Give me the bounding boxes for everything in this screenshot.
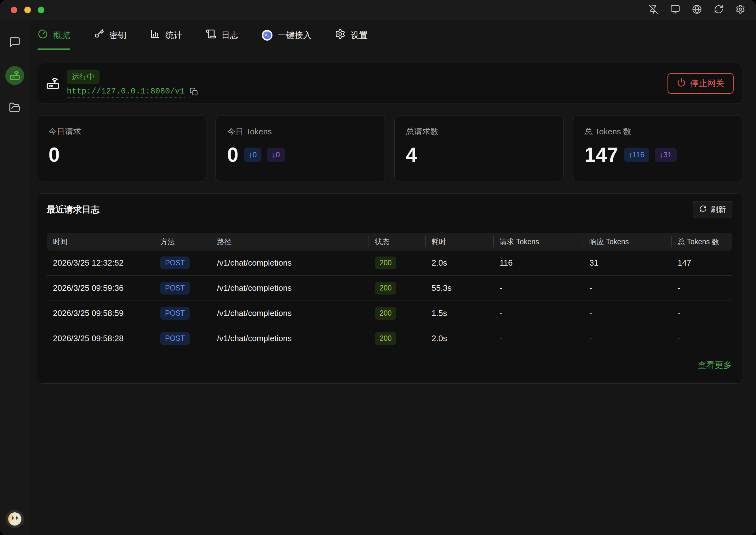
tab-label: 日志 [222, 30, 238, 41]
stat-label: 总 Tokens 数 [585, 126, 731, 137]
sidebar-item-gateway[interactable] [5, 66, 24, 85]
power-icon [677, 78, 686, 89]
close-window-button[interactable] [11, 7, 17, 13]
gauge-icon [38, 29, 48, 42]
tab-bar: 概览 密钥 统计 日志 [30, 20, 756, 50]
table-row: 2026/3/25 12:32:52POST/v1/chat/completio… [46, 250, 732, 276]
gear-icon [335, 29, 346, 42]
stat-value: 147 [585, 145, 618, 165]
stat-value: 4 [406, 145, 417, 165]
cell-time: 2026/3/25 09:58:28 [46, 334, 154, 343]
recent-logs-card: 最近请求日志 刷新 时间方法路径状态耗时请求 Tokens响应 Tokens总 … [37, 193, 742, 384]
cell-time: 2026/3/25 09:59:36 [46, 283, 154, 293]
status-badge: 200 [375, 307, 396, 320]
sidebar-item-files[interactable] [5, 99, 24, 118]
stat-label: 今日请求 [48, 126, 194, 137]
sync-icon[interactable] [714, 4, 724, 15]
tab-one-click-connect[interactable]: >_ 一键接入 [262, 20, 312, 50]
gateway-running-badge: 运行中 [67, 70, 100, 84]
status-badge: 200 [375, 282, 396, 295]
column-header: 耗时 [425, 233, 493, 250]
cell-path: /v1/chat/completions [211, 283, 369, 293]
tab-keys[interactable]: 密钥 [94, 20, 126, 50]
cell-status: 200 [369, 307, 425, 320]
cell-resp_tokens: - [583, 334, 671, 343]
column-header: 请求 Tokens [493, 233, 583, 250]
minimize-window-button[interactable] [24, 7, 31, 13]
user-avatar[interactable] [6, 510, 24, 528]
scroll-icon [206, 29, 216, 42]
column-header: 状态 [369, 233, 425, 250]
pin-off-icon[interactable] [649, 4, 658, 15]
gateway-url-link[interactable]: http://127.0.0.1:8080/v1 [67, 87, 185, 98]
method-badge: POST [160, 257, 190, 269]
cell-total_tokens: - [671, 334, 732, 343]
table-row: 2026/3/25 09:58:28POST/v1/chat/completio… [46, 326, 732, 351]
table-row: 2026/3/25 09:58:59POST/v1/chat/completio… [46, 301, 732, 326]
tab-logs[interactable]: 日志 [206, 20, 238, 50]
status-badge: 200 [375, 332, 396, 345]
cell-duration: 1.5s [425, 308, 493, 318]
cell-method: POST [154, 307, 211, 320]
sidebar [0, 20, 30, 535]
cell-path: /v1/chat/completions [211, 258, 369, 268]
stat-value: 0 [227, 145, 238, 165]
cell-method: POST [154, 257, 211, 269]
cell-req_tokens: - [493, 283, 583, 293]
method-badge: POST [160, 307, 190, 320]
tab-overview[interactable]: 概览 [38, 20, 70, 50]
cell-total_tokens: - [671, 308, 732, 318]
bar-chart-icon [150, 29, 160, 42]
cell-total_tokens: - [671, 283, 732, 293]
method-badge: POST [160, 282, 190, 295]
cell-req_tokens: - [493, 334, 583, 343]
cell-path: /v1/chat/completions [211, 334, 369, 343]
stat-card-total-tokens: 总 Tokens 数 147 ↑116 ↓31 [573, 115, 742, 182]
stat-label: 总请求数 [406, 126, 552, 137]
cell-time: 2026/3/25 09:58:59 [46, 308, 154, 318]
log-table: 时间方法路径状态耗时请求 Tokens响应 Tokens总 Tokens 数 2… [37, 226, 742, 351]
log-table-body: 2026/3/25 12:32:52POST/v1/chat/completio… [46, 250, 732, 351]
cell-time: 2026/3/25 12:32:52 [46, 258, 154, 268]
input-tokens-badge: ↑116 [624, 148, 649, 162]
display-icon[interactable] [670, 4, 680, 15]
refresh-icon [699, 205, 707, 214]
cell-resp_tokens: - [583, 283, 671, 293]
column-header: 响应 Tokens [583, 233, 671, 250]
cell-duration: 2.0s [425, 258, 493, 268]
tab-label: 概览 [53, 30, 70, 41]
input-tokens-badge: ↑0 [244, 148, 261, 162]
main-area: 概览 密钥 统计 日志 [30, 20, 756, 535]
cell-duration: 2.0s [425, 334, 493, 343]
gateway-status-card: 运行中 http://127.0.0.1:8080/v1 [37, 63, 742, 104]
overview-content: 运行中 http://127.0.0.1:8080/v1 [30, 50, 756, 535]
cell-req_tokens: - [493, 308, 583, 318]
view-more-link[interactable]: 查看更多 [698, 359, 732, 371]
cell-resp_tokens: - [583, 308, 671, 318]
column-header: 路径 [211, 233, 369, 250]
cell-total_tokens: 147 [671, 258, 732, 268]
titlebar [0, 0, 756, 20]
refresh-button[interactable]: 刷新 [693, 201, 732, 218]
sidebar-item-chat[interactable] [5, 33, 24, 52]
column-header: 方法 [154, 233, 211, 250]
stop-gateway-button[interactable]: 停止网关 [668, 73, 734, 94]
stat-card-today-requests: 今日请求 0 [37, 115, 206, 182]
column-header: 总 Tokens 数 [671, 233, 732, 250]
tab-stats[interactable]: 统计 [150, 20, 182, 50]
copy-icon [190, 88, 198, 97]
router-icon [45, 75, 60, 92]
globe-icon[interactable] [692, 4, 702, 15]
traffic-lights [11, 7, 45, 13]
stat-value: 0 [48, 145, 60, 165]
copy-url-button[interactable] [190, 88, 198, 97]
gear-icon[interactable] [736, 4, 745, 15]
stats-row: 今日请求 0 今日 Tokens 0 ↑0 ↓0 [37, 115, 742, 182]
tab-settings[interactable]: 设置 [335, 20, 368, 50]
tab-label: 一键接入 [278, 30, 312, 41]
cell-method: POST [154, 282, 211, 295]
column-header: 时间 [46, 233, 154, 250]
stat-label: 今日 Tokens [227, 126, 373, 137]
zoom-window-button[interactable] [38, 7, 45, 13]
cell-status: 200 [369, 282, 425, 295]
